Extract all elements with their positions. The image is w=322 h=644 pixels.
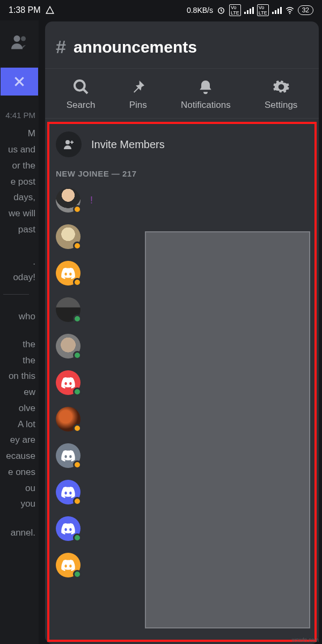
channel-header: # announcements (45, 21, 319, 69)
triangle-icon (45, 5, 55, 15)
pin-icon (129, 78, 147, 96)
net-speed: 0.8KB/s (187, 6, 213, 14)
svg-point-2 (14, 35, 20, 42)
gear-icon (273, 78, 290, 96)
svg-point-5 (65, 140, 70, 144)
svg-point-3 (21, 36, 26, 41)
search-icon (72, 78, 90, 96)
avatar (56, 297, 80, 322)
signal-icon-1 (244, 7, 254, 14)
status-online-icon (73, 351, 82, 360)
settings-label: Settings (265, 100, 297, 111)
avatar (56, 443, 80, 468)
battery-indicator: 32 (298, 5, 313, 15)
avatar (56, 188, 80, 213)
status-idle-icon (73, 460, 82, 469)
avatar (56, 516, 80, 541)
wifi-icon (285, 5, 295, 15)
status-idle-icon (73, 497, 82, 506)
background-message-fragment: 4:41 PM M us and or the e post days, we … (0, 108, 39, 541)
volte-icon-1: VoLTE (229, 4, 241, 16)
avatar (56, 261, 80, 286)
alarm-icon (216, 5, 226, 15)
channel-name: announcements (74, 38, 197, 56)
member-list-icon[interactable] (10, 32, 29, 52)
status-bar: 1:38 PM 0.8KB/s VoLTE VoLTE 32 (0, 0, 322, 20)
close-button[interactable] (1, 68, 38, 96)
svg-point-1 (289, 13, 290, 14)
redaction-overlay (145, 231, 310, 628)
avatar (56, 553, 80, 577)
status-time: 1:38 PM (9, 5, 41, 15)
pins-button[interactable]: Pins (129, 78, 147, 111)
member-name: ! (90, 195, 93, 206)
status-online-icon (73, 570, 82, 579)
status-online-icon (73, 533, 82, 542)
status-idle-icon (73, 424, 82, 433)
channel-settings-panel: # announcements Search Pins Notification… (45, 21, 319, 644)
svg-point-4 (75, 80, 85, 91)
bell-icon (197, 78, 214, 96)
background-channel-strip: 4:41 PM M us and or the e post days, we … (0, 20, 39, 644)
signal-icon-2 (272, 7, 282, 14)
notifications-button[interactable]: Notifications (181, 78, 231, 111)
pins-label: Pins (129, 100, 147, 111)
status-idle-icon (73, 205, 82, 214)
watermark: wsxdn.com (292, 637, 319, 643)
member-row[interactable]: ! (56, 188, 306, 213)
notifications-label: Notifications (181, 100, 231, 111)
status-online-icon (73, 387, 82, 396)
volte-icon-2: VoLTE (257, 4, 269, 16)
members-highlight-region: Invite Members NEW JOINEE — 217 ! (47, 122, 317, 642)
status-idle-icon (73, 278, 82, 287)
settings-button[interactable]: Settings (265, 78, 297, 111)
status-online-icon (73, 314, 82, 323)
hash-icon: # (56, 36, 66, 57)
avatar (56, 370, 80, 395)
avatar (56, 407, 80, 431)
invite-label: Invite Members (91, 138, 165, 151)
avatar (56, 224, 80, 249)
avatar (56, 334, 80, 358)
search-label: Search (67, 100, 96, 111)
add-person-icon (62, 138, 75, 151)
search-button[interactable]: Search (67, 78, 96, 111)
channel-toolbar: Search Pins Notifications Settings (45, 69, 319, 119)
avatar (56, 480, 80, 504)
member-section-header: NEW JOINEE — 217 (56, 169, 306, 178)
invite-members-button[interactable]: Invite Members (56, 131, 306, 157)
status-idle-icon (73, 241, 82, 250)
